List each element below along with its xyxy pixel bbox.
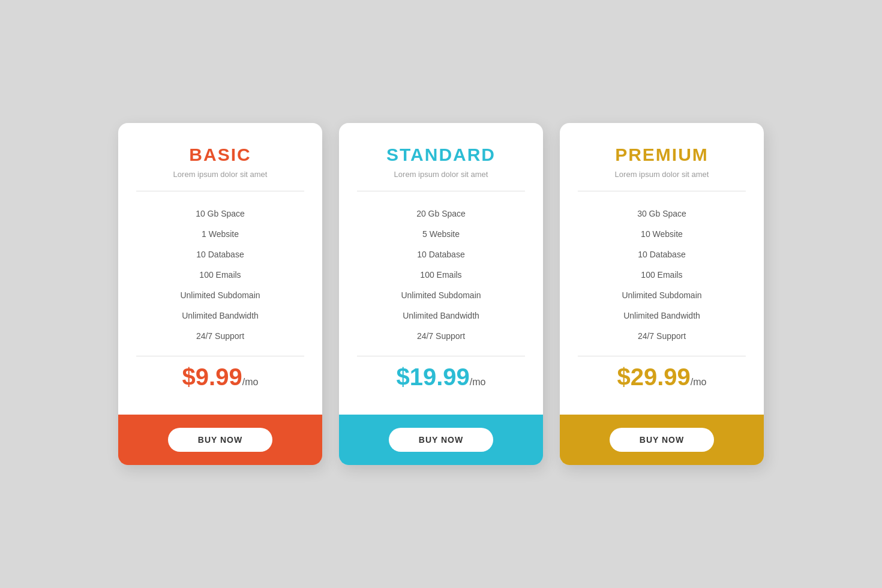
feature-item: 10 Database: [136, 244, 304, 265]
feature-item: Unlimited Subdomain: [357, 285, 525, 305]
card-footer: BUY NOW: [560, 415, 764, 465]
feature-item: 24/7 Support: [136, 326, 304, 346]
features-list: 30 Gb Space 10 Website 10 Database 100 E…: [578, 203, 746, 346]
pricing-container: BASIC Lorem ipsum dolor sit amet 10 Gb S…: [94, 87, 788, 501]
feature-item: Unlimited Subdomain: [136, 285, 304, 305]
feature-item: 10 Website: [578, 224, 746, 244]
pricing-card-standard: STANDARD Lorem ipsum dolor sit amet 20 G…: [339, 123, 543, 465]
price-amount: $29.99: [617, 364, 690, 390]
feature-item: 24/7 Support: [357, 326, 525, 346]
pricing-card-basic: BASIC Lorem ipsum dolor sit amet 10 Gb S…: [118, 123, 322, 465]
feature-item: 24/7 Support: [578, 326, 746, 346]
price-amount: $9.99: [182, 364, 242, 390]
feature-item: Unlimited Bandwidth: [357, 305, 525, 326]
feature-item: 10 Database: [357, 244, 525, 265]
card-body: PREMIUM Lorem ipsum dolor sit amet 30 Gb…: [560, 123, 764, 415]
buy-now-button[interactable]: BUY NOW: [168, 428, 272, 452]
card-body: STANDARD Lorem ipsum dolor sit amet 20 G…: [339, 123, 543, 415]
feature-item: 100 Emails: [136, 265, 304, 285]
feature-item: Unlimited Bandwidth: [578, 305, 746, 326]
plan-title: PREMIUM: [578, 145, 746, 165]
feature-item: Unlimited Subdomain: [578, 285, 746, 305]
plan-subtitle: Lorem ipsum dolor sit amet: [578, 170, 746, 179]
price-period: /mo: [242, 377, 259, 387]
feature-item: 20 Gb Space: [357, 203, 525, 224]
pricing-card-premium: PREMIUM Lorem ipsum dolor sit amet 30 Gb…: [560, 123, 764, 465]
buy-now-button[interactable]: BUY NOW: [389, 428, 493, 452]
plan-title: STANDARD: [357, 145, 525, 165]
feature-item: Unlimited Bandwidth: [136, 305, 304, 326]
feature-item: 10 Database: [578, 244, 746, 265]
feature-item: 100 Emails: [578, 265, 746, 285]
divider-top: [136, 191, 304, 191]
feature-item: 1 Website: [136, 224, 304, 244]
feature-item: 10 Gb Space: [136, 203, 304, 224]
price-period: /mo: [691, 377, 707, 387]
plan-subtitle: Lorem ipsum dolor sit amet: [357, 170, 525, 179]
features-list: 20 Gb Space 5 Website 10 Database 100 Em…: [357, 203, 525, 346]
plan-title: BASIC: [136, 145, 304, 165]
feature-item: 5 Website: [357, 224, 525, 244]
price-amount: $19.99: [396, 364, 469, 390]
divider-top: [578, 191, 746, 191]
buy-now-button[interactable]: BUY NOW: [610, 428, 714, 452]
card-footer: BUY NOW: [339, 415, 543, 465]
plan-subtitle: Lorem ipsum dolor sit amet: [136, 170, 304, 179]
card-body: BASIC Lorem ipsum dolor sit amet 10 Gb S…: [118, 123, 322, 415]
divider-top: [357, 191, 525, 191]
price-section: $9.99/mo: [136, 356, 304, 403]
features-list: 10 Gb Space 1 Website 10 Database 100 Em…: [136, 203, 304, 346]
price-section: $19.99/mo: [357, 356, 525, 403]
feature-item: 100 Emails: [357, 265, 525, 285]
feature-item: 30 Gb Space: [578, 203, 746, 224]
card-footer: BUY NOW: [118, 415, 322, 465]
price-period: /mo: [470, 377, 486, 387]
price-section: $29.99/mo: [578, 356, 746, 403]
